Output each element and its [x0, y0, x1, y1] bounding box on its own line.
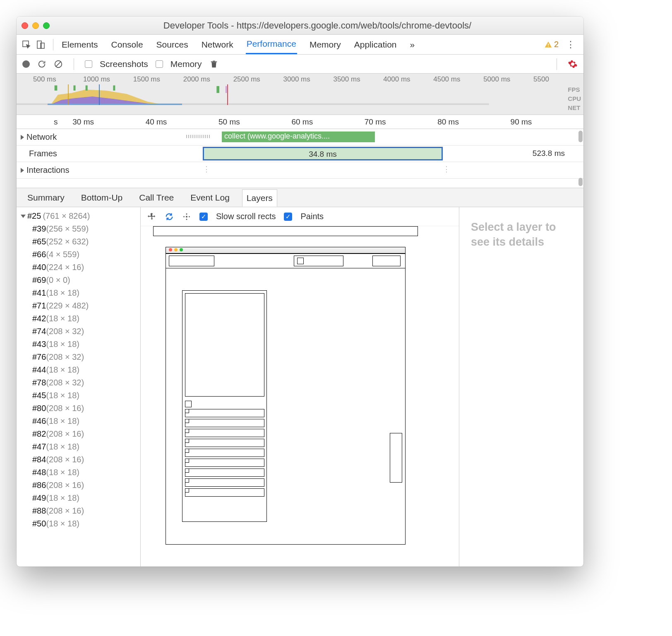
details-tabs: Summary Bottom-Up Call Tree Event Log La… — [17, 188, 583, 207]
layer-tree-item[interactable]: #42(18 × 18) — [32, 312, 140, 325]
scrollbar-thumb[interactable] — [578, 131, 583, 142]
track-interactions[interactable]: Interactions ⋮ ⋮ — [17, 162, 583, 179]
tab-summary[interactable]: Summary — [23, 189, 69, 206]
pan-icon[interactable] — [147, 212, 156, 221]
layer-tree-item[interactable]: #50(18 × 18) — [32, 517, 140, 530]
memory-checkbox[interactable] — [156, 60, 163, 68]
minimize-window-button[interactable] — [32, 22, 39, 29]
rotate-icon[interactable] — [165, 212, 174, 221]
paints-checkbox[interactable]: ✓ — [284, 213, 292, 221]
tab-application[interactable]: Application — [353, 36, 398, 54]
window-title: Developer Tools - https://developers.goo… — [56, 20, 578, 31]
more-tabs-icon[interactable]: » — [409, 36, 415, 54]
layer-tree-item[interactable]: #86(208 × 16) — [32, 479, 140, 492]
frame-time-next: 523.8 ms — [533, 149, 565, 158]
trash-icon[interactable] — [209, 60, 218, 69]
network-request-collect[interactable]: collect (www.google-analytics.... — [222, 132, 375, 142]
track-network[interactable]: Network collect (www.google-analytics...… — [17, 129, 583, 146]
tab-bottom-up[interactable]: Bottom-Up — [77, 189, 127, 206]
clear-icon[interactable] — [54, 60, 63, 69]
devtools-window: Developer Tools - https://developers.goo… — [17, 17, 583, 567]
screenshots-label: Screenshots — [100, 59, 148, 69]
slow-scroll-rects-label: Slow scroll rects — [216, 212, 276, 221]
layer-tree-item[interactable]: #47(18 × 18) — [32, 440, 140, 453]
layer-tree-item[interactable]: #44(18 × 18) — [32, 363, 140, 376]
layers-panel: #25(761 × 8264) #39(256 × 559)#65(252 × … — [17, 207, 583, 567]
devtools-main-toolbar: Elements Console Sources Network Perform… — [17, 35, 583, 55]
svg-rect-14 — [48, 104, 182, 105]
close-window-button[interactable] — [22, 22, 28, 29]
overview-lane-labels: FPS CPU NET — [568, 85, 581, 112]
separator — [53, 39, 53, 50]
tab-memory[interactable]: Memory — [309, 36, 342, 54]
timeline-ruler[interactable]: s 30 ms 40 ms 50 ms 60 ms 70 ms 80 ms 90… — [17, 115, 583, 129]
warnings-badge[interactable]: 2 — [544, 40, 559, 49]
separator — [557, 58, 557, 70]
timeline-overview[interactable]: 500 ms 1000 ms 1500 ms 2000 ms 2500 ms 3… — [17, 74, 583, 115]
layer-tree-item[interactable]: #46(18 × 18) — [32, 415, 140, 428]
layer-tree-item[interactable]: #40(224 × 16) — [32, 261, 140, 274]
screenshots-checkbox[interactable] — [85, 60, 92, 68]
traffic-lights — [22, 22, 50, 29]
layer-tree-item[interactable]: #80(208 × 16) — [32, 402, 140, 415]
scrollbar-thumb[interactable] — [578, 178, 583, 186]
layer-tree-item[interactable]: #74(208 × 32) — [32, 325, 140, 338]
frame-box[interactable]: 34.8 ms — [203, 147, 443, 160]
layer-tree-item[interactable]: #78(208 × 32) — [32, 376, 140, 389]
layer-tree-item[interactable]: #41(18 × 18) — [32, 287, 140, 299]
layer-tree-item[interactable]: #45(18 × 18) — [32, 389, 140, 402]
layer-tree-item[interactable]: #43(18 × 18) — [32, 338, 140, 351]
zoom-window-button[interactable] — [43, 22, 50, 29]
separator — [74, 58, 74, 70]
paints-label: Paints — [300, 212, 324, 221]
layers-viewer: ✓ Slow scroll rects ✓ Paints — [141, 207, 459, 567]
tab-layers[interactable]: Layers — [242, 189, 277, 207]
kebab-menu-icon[interactable]: ⋮ — [563, 39, 578, 50]
svg-rect-10 — [86, 86, 88, 91]
collapse-icon[interactable] — [21, 215, 26, 218]
layer-tree-item[interactable]: #69(0 × 0) — [32, 274, 140, 287]
settings-gear-icon[interactable] — [568, 59, 578, 69]
tab-sources[interactable]: Sources — [156, 36, 189, 54]
memory-label: Memory — [170, 59, 202, 69]
track-frames[interactable]: Frames 34.8 ms 523.8 ms — [17, 146, 583, 162]
layer-tree-item[interactable]: #84(208 × 16) — [32, 453, 140, 466]
network-request-bar[interactable] — [186, 135, 211, 138]
layer-tree-item[interactable]: #82(208 × 16) — [32, 428, 140, 440]
reload-icon[interactable] — [37, 60, 46, 69]
svg-rect-3 — [548, 43, 549, 45]
overview-ticks: 500 ms 1000 ms 1500 ms 2000 ms 2500 ms 3… — [17, 75, 583, 84]
layers-canvas[interactable] — [141, 226, 459, 567]
layer-tree-item[interactable]: #66(4 × 559) — [32, 248, 140, 261]
main-tabs: Elements Console Sources Network Perform… — [61, 35, 540, 54]
tab-network[interactable]: Network — [201, 36, 234, 54]
reset-view-icon[interactable] — [182, 212, 191, 221]
tab-performance[interactable]: Performance — [246, 35, 297, 54]
inspect-element-icon[interactable] — [22, 40, 31, 50]
layer-tree-item[interactable]: #39(256 × 559) — [32, 222, 140, 235]
layer-tree-item[interactable]: #49(18 × 18) — [32, 492, 140, 504]
expand-icon[interactable] — [21, 168, 24, 173]
layer-details-placeholder: Select a layer to see its details — [459, 207, 583, 567]
timeline-tracks: Network collect (www.google-analytics...… — [17, 129, 583, 188]
tab-call-tree[interactable]: Call Tree — [135, 189, 178, 206]
tab-elements[interactable]: Elements — [61, 36, 99, 54]
device-toolbar-icon[interactable] — [36, 40, 46, 50]
overview-activity-chart — [17, 84, 489, 105]
tab-console[interactable]: Console — [110, 36, 144, 54]
layer-tree-item[interactable]: #76(208 × 32) — [32, 351, 140, 363]
tab-event-log[interactable]: Event Log — [186, 189, 234, 206]
record-button[interactable] — [22, 60, 30, 68]
layer-tree-item[interactable]: #88(208 × 16) — [32, 504, 140, 517]
svg-rect-12 — [216, 86, 219, 93]
svg-rect-11 — [113, 86, 115, 91]
layers-tree[interactable]: #25(761 × 8264) #39(256 × 559)#65(252 × … — [17, 207, 141, 567]
slow-scroll-rects-checkbox[interactable]: ✓ — [199, 213, 208, 221]
layer-tree-item[interactable]: #48(18 × 18) — [32, 466, 140, 479]
expand-icon[interactable] — [21, 135, 24, 140]
layer-tree-root[interactable]: #25(761 × 8264) — [21, 210, 140, 222]
layers-viewer-toolbar: ✓ Slow scroll rects ✓ Paints — [141, 207, 459, 226]
layer-tree-item[interactable]: #65(252 × 632) — [32, 235, 140, 248]
layer-tree-item[interactable]: #71(229 × 482) — [32, 299, 140, 312]
performance-toolbar: Screenshots Memory — [17, 55, 583, 74]
